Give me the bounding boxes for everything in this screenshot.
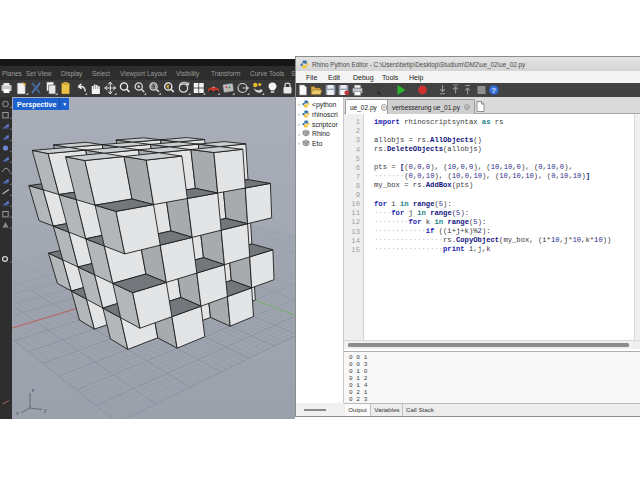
svg-text:x: x bbox=[16, 410, 19, 416]
svg-text:?: ? bbox=[491, 86, 496, 95]
svg-text:z: z bbox=[32, 387, 35, 393]
svg-text:y: y bbox=[44, 407, 47, 413]
